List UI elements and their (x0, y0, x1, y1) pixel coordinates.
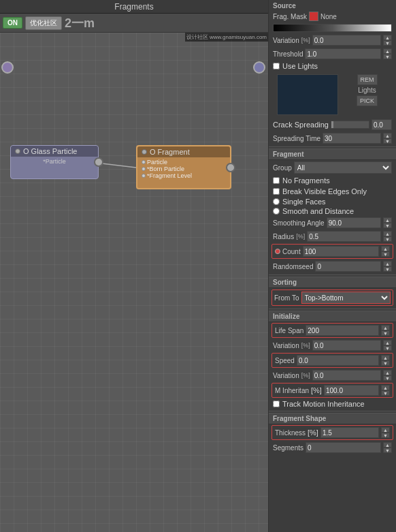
single-faces-radio[interactable] (273, 198, 280, 205)
rem-button[interactable]: REM (357, 74, 378, 85)
variation-down[interactable]: ▼ (383, 40, 392, 46)
variation2-down[interactable]: ▼ (383, 345, 392, 351)
break-visible-checkbox[interactable] (273, 188, 280, 195)
crack-slider[interactable] (331, 121, 369, 129)
count-down[interactable]: ▼ (381, 251, 390, 257)
thickness-input[interactable] (320, 427, 379, 438)
threshold-input[interactable] (305, 48, 381, 59)
variation2-input[interactable] (312, 340, 381, 351)
frag-node-dot (142, 149, 147, 155)
count-radio-dot (275, 249, 280, 254)
from-to-select[interactable]: Top->Bottom (301, 292, 391, 304)
radius-pct: [%] (296, 233, 305, 240)
btn1[interactable]: 优化社区 (25, 16, 62, 30)
left-connector-top[interactable] (1, 61, 14, 74)
none-label: None (320, 13, 392, 20)
use-lights-checkbox[interactable] (273, 63, 280, 69)
port-dot-1 (142, 160, 146, 164)
life-span-down[interactable]: ▼ (381, 330, 390, 336)
canvas-area[interactable]: 设计社区 www.gnamisuyuan.com O Glass Particl… (0, 33, 268, 532)
count-row: Count ▲ ▼ (271, 244, 393, 259)
divider-1 (269, 146, 396, 147)
frag-mask-row: Frag. Mask None (269, 10, 396, 22)
spreading-time-input[interactable] (323, 133, 381, 144)
frag-mask-swatch[interactable] (309, 12, 318, 21)
break-visible-row: Break Visible Edges Only (269, 186, 396, 197)
count-up[interactable]: ▲ (381, 246, 390, 251)
variation3-up[interactable]: ▲ (383, 370, 392, 375)
segments-up[interactable]: ▲ (383, 442, 392, 448)
variation-input[interactable] (312, 35, 381, 46)
thickness-row: Thickness [%] ▲ ▼ (271, 425, 393, 440)
spreading-time-label: Spreading Time (273, 135, 320, 142)
threshold-up[interactable]: ▲ (383, 48, 392, 54)
speed-down[interactable]: ▼ (381, 360, 390, 366)
initialize-label: Initialize (273, 313, 299, 320)
radius-label: Radius (273, 233, 294, 240)
randomseed-down[interactable]: ▼ (383, 266, 392, 272)
life-span-input[interactable] (306, 325, 379, 336)
glass-particle-node[interactable]: O Glass Particle *Particle (10, 145, 99, 179)
initialize-section-header: Initialize (269, 311, 396, 322)
no-fragments-checkbox[interactable] (273, 177, 280, 184)
divider-4 (269, 411, 396, 411)
segments-row: Segments ▲ ▼ (269, 441, 396, 454)
thickness-up[interactable]: ▲ (381, 427, 390, 433)
group-label: Group (273, 164, 292, 172)
spreading-time-up[interactable]: ▲ (383, 133, 392, 138)
smoothing-angle-down[interactable]: ▼ (383, 223, 392, 228)
fragment-label: Fragment (273, 151, 304, 158)
variation3-input[interactable] (312, 370, 381, 381)
threshold-label: Threshold (273, 50, 303, 58)
break-visible-label: Break Visible Edges Only (282, 187, 367, 195)
crack-spreading-input[interactable] (372, 119, 392, 130)
randomseed-input[interactable] (315, 261, 381, 272)
smoothing-angle-input[interactable] (327, 217, 381, 228)
lights-area: REM Lights PICK (344, 74, 391, 106)
thickness-down[interactable]: ▼ (381, 433, 390, 438)
life-span-spinner: ▲ ▼ (381, 325, 390, 336)
group-select[interactable]: All (294, 161, 392, 174)
radius-down[interactable]: ▼ (383, 236, 392, 242)
left-panel: Fragments ON 优化社区 2一m 设计社区 www.gnamisuyu… (0, 0, 269, 532)
variation3-spinner: ▲ ▼ (383, 370, 392, 381)
variation3-down[interactable]: ▼ (383, 375, 392, 381)
speed-row: Speed ▲ ▼ (271, 353, 393, 368)
frag-right-connector[interactable] (226, 163, 235, 172)
variation2-row: Variation [%] ▲ ▼ (269, 339, 396, 352)
segments-down[interactable]: ▼ (383, 448, 392, 453)
m-inheritan-input[interactable] (324, 385, 379, 396)
speed-up[interactable]: ▲ (381, 355, 390, 360)
radius-up[interactable]: ▲ (383, 231, 392, 236)
divider-3 (269, 309, 396, 309)
right-connector[interactable] (94, 157, 103, 167)
pick-button[interactable]: PICK (357, 95, 378, 106)
thickness-label: Thickness (275, 429, 306, 437)
variation-up[interactable]: ▲ (383, 35, 392, 40)
spreading-time-spinner: ▲ ▼ (383, 133, 392, 144)
fragment-node[interactable]: O Fragment Particle *Born Particle *Frag… (136, 145, 231, 189)
m-inheritan-up[interactable]: ▲ (381, 385, 390, 390)
threshold-down[interactable]: ▼ (383, 54, 392, 59)
smooth-distance-radio[interactable] (273, 208, 280, 215)
track-motion-label: Track Motion Inheritance (282, 400, 365, 408)
frag-node-body: Particle *Born Particle *Fragment Level (137, 157, 230, 181)
spreading-time-down[interactable]: ▼ (383, 138, 392, 144)
life-span-up[interactable]: ▲ (381, 325, 390, 330)
count-input[interactable] (303, 246, 379, 257)
m-inheritan-down[interactable]: ▼ (381, 390, 390, 396)
count-spinner: ▲ ▼ (381, 246, 390, 257)
variation2-up[interactable]: ▲ (383, 340, 392, 345)
smoothing-angle-row: Smoothing Angle ▲ ▼ (269, 216, 396, 230)
speed-input[interactable] (297, 355, 379, 366)
smoothing-angle-spinner: ▲ ▼ (383, 217, 392, 228)
window-title: Fragments (114, 2, 153, 12)
smoothing-angle-up[interactable]: ▲ (383, 217, 392, 223)
on-button[interactable]: ON (3, 17, 22, 29)
radius-input[interactable] (307, 231, 381, 242)
randomseed-up[interactable]: ▲ (383, 261, 392, 266)
right-connector-top[interactable] (253, 61, 265, 74)
segments-input[interactable] (306, 442, 381, 453)
track-motion-checkbox[interactable] (273, 401, 280, 407)
preview-row: REM Lights PICK (269, 72, 396, 118)
